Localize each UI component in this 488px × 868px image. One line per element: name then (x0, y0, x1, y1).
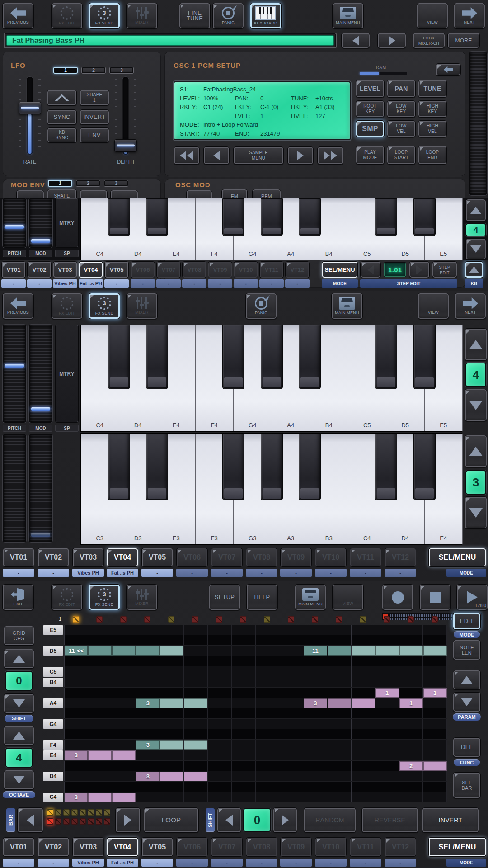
osc-param-high-key-button[interactable]: HIGHKEY (418, 100, 447, 118)
view-button[interactable]: VIEW (332, 584, 364, 610)
note-cell[interactable]: 2 (399, 761, 423, 771)
track-button-vt03[interactable]: VT03 (72, 548, 104, 567)
help-button[interactable]: HELP (246, 584, 278, 610)
track-sub-label[interactable]: - (285, 279, 310, 288)
grid-config-button[interactable]: GRIDCFG (4, 626, 34, 646)
track-button-vt12[interactable]: VT12 (285, 261, 310, 278)
osc-param-loop-end-button[interactable]: LOOPEND (418, 146, 447, 165)
black-key[interactable] (375, 198, 397, 236)
track-sub-label[interactable]: - (315, 569, 347, 577)
track-sub-label[interactable]: - (385, 569, 416, 577)
note-cell[interactable] (112, 646, 136, 656)
track-sub-label[interactable]: - (27, 279, 52, 288)
keyboard-button[interactable]: KEYBOARD (250, 3, 282, 29)
grid-row[interactable] (64, 729, 447, 740)
note-cell[interactable] (88, 646, 112, 656)
track-button-vt12[interactable]: VT12 (385, 548, 416, 567)
octave-up-button[interactable] (465, 199, 486, 222)
note-cell[interactable] (184, 740, 207, 750)
sample-prev-button[interactable] (203, 146, 230, 165)
bar-prev-button[interactable] (17, 807, 43, 833)
step-marker-icon[interactable] (73, 616, 79, 623)
sel-menu-button[interactable]: SEL/MENU (322, 261, 358, 278)
track-button-vt08[interactable]: VT08 (246, 837, 277, 857)
lock-mixer-ch-button[interactable]: LOCKMIXER-CH (413, 33, 445, 48)
track-sub-label[interactable]: - (141, 859, 173, 867)
black-key[interactable] (413, 198, 436, 236)
step-marker-icon[interactable] (96, 616, 103, 623)
track-sub-label[interactable]: - (385, 859, 416, 867)
osc-param-smp-button[interactable]: SMP (356, 120, 385, 137)
track-button-vt11[interactable]: VT11 (350, 548, 381, 567)
sel-bar-button[interactable]: SELBAR (453, 772, 481, 798)
track-sub-label[interactable]: - (3, 569, 34, 577)
note-cell[interactable] (160, 698, 183, 708)
grid-row[interactable] (64, 635, 447, 646)
step-marker-icon[interactable] (432, 616, 438, 623)
track-sub-label[interactable]: - (350, 859, 381, 867)
grid-row-g4[interactable] (64, 719, 447, 729)
fx-edit-button[interactable]: FX EDIT (51, 293, 83, 319)
black-key[interactable] (299, 198, 321, 236)
lfo-rate-fader[interactable] (18, 75, 42, 156)
black-key[interactable] (413, 325, 436, 389)
grid-row[interactable] (64, 656, 447, 666)
sample-next-button[interactable] (287, 146, 314, 165)
mixer-button[interactable]: MIXER (126, 584, 158, 610)
black-key[interactable] (146, 434, 168, 500)
grid-row[interactable] (64, 708, 447, 719)
panic-button[interactable]: PANIC (212, 3, 244, 29)
view-button[interactable]: VIEW (418, 293, 449, 319)
bar-select-icon[interactable] (71, 818, 78, 825)
note-cell[interactable] (423, 646, 447, 656)
step-marker-icon[interactable] (360, 616, 366, 623)
pitch-wheel[interactable] (3, 434, 26, 542)
track-button-vt03[interactable]: VT03 (53, 261, 77, 278)
step-marker-icon[interactable] (168, 616, 174, 623)
step-prev-button[interactable] (360, 261, 381, 278)
track-button-vt05[interactable]: VT05 (141, 548, 173, 567)
kb-toggle-button[interactable] (465, 261, 483, 278)
stop-button[interactable] (419, 584, 451, 610)
lfo-kb-sync-button[interactable]: KBSYNC (47, 127, 77, 143)
fx-send-button[interactable]: 3FX SEND (89, 3, 120, 29)
black-key[interactable] (261, 325, 283, 389)
note-cell[interactable]: 11 (304, 646, 327, 656)
fader-handle[interactable] (19, 102, 41, 114)
bar-select-icon[interactable] (63, 818, 70, 825)
note-cell[interactable] (328, 698, 351, 708)
step-next-button[interactable] (409, 261, 430, 278)
track-button-vt02[interactable]: VT02 (38, 548, 69, 567)
track-button-vt08[interactable]: VT08 (182, 261, 206, 278)
grid-row-e5[interactable] (64, 625, 447, 635)
track-sub-label[interactable]: - (246, 569, 277, 577)
mod-env-tab-2[interactable]: 2 (76, 180, 100, 187)
note-cell[interactable] (184, 698, 207, 708)
track-sub-label[interactable]: - (280, 859, 312, 867)
note-cell[interactable] (88, 793, 112, 802)
octave-down-button[interactable] (465, 496, 487, 529)
track-sub-label[interactable]: - (131, 279, 155, 288)
note-cell[interactable]: 3 (65, 750, 88, 760)
track-sub-label[interactable]: Fat ..s PH (79, 279, 103, 288)
lfo-invert-button[interactable]: INVERT (80, 109, 109, 125)
momentary-button[interactable]: MTRY (55, 325, 79, 423)
lfo-sync-button[interactable]: SYNC (47, 109, 77, 125)
osc-param-low-vel-button[interactable]: LOWVEL (387, 120, 416, 137)
octave-down-button[interactable] (4, 770, 34, 790)
lfo-shape1-button[interactable]: SHAPE1 (80, 90, 109, 106)
previous-button[interactable]: PREVIOUS (2, 3, 34, 29)
note-cell[interactable] (160, 772, 183, 781)
track-sub-label[interactable]: - (141, 569, 173, 577)
fx-send-button[interactable]: 3FX SEND (89, 584, 120, 610)
reverse-button[interactable]: REVERSE (361, 807, 418, 833)
step-marker-icon[interactable] (288, 616, 294, 623)
track-button-vt04[interactable]: VT04 (107, 837, 138, 857)
black-key[interactable] (375, 434, 397, 500)
track-sub-label[interactable]: - (350, 569, 381, 577)
track-button-vt08[interactable]: VT08 (246, 548, 277, 567)
osc-param-loop-start-button[interactable]: LOOPSTART (387, 146, 416, 165)
lfo-tab-3[interactable]: 3 (109, 67, 134, 74)
grid-row-f4[interactable] (64, 740, 447, 750)
black-key[interactable] (108, 198, 130, 236)
